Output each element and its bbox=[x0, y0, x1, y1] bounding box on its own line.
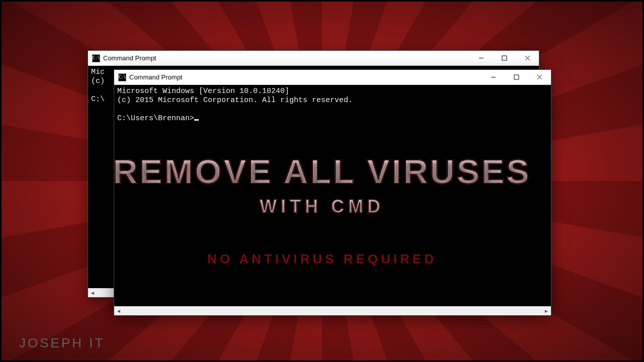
cursor-icon bbox=[194, 119, 199, 121]
svg-rect-0 bbox=[502, 56, 507, 60]
close-button[interactable] bbox=[528, 70, 551, 85]
maximize-button[interactable] bbox=[505, 70, 528, 85]
titlebar-back[interactable]: C:\ Command Prompt bbox=[88, 51, 539, 66]
cmd-window-front: C:\ Command Prompt Microsoft Windows [Ve… bbox=[114, 69, 551, 316]
close-button[interactable] bbox=[516, 51, 539, 66]
scroll-track[interactable] bbox=[123, 307, 542, 315]
minimize-button[interactable] bbox=[469, 51, 493, 66]
terminal-body-front[interactable]: Microsoft Windows [Version 10.0.10240] (… bbox=[114, 85, 551, 306]
scroll-right-icon[interactable]: ► bbox=[542, 307, 551, 315]
maximize-button[interactable] bbox=[493, 51, 516, 66]
minimize-button[interactable] bbox=[481, 70, 505, 85]
svg-rect-1 bbox=[514, 75, 519, 79]
cmd-icon: C:\ bbox=[92, 54, 100, 62]
scroll-left-icon[interactable]: ◄ bbox=[114, 307, 123, 315]
h-scrollbar[interactable]: ◄ ► bbox=[114, 306, 551, 315]
cmd-icon: C:\ bbox=[118, 73, 126, 81]
titlebar-front[interactable]: C:\ Command Prompt bbox=[114, 70, 551, 85]
window-title: Command Prompt bbox=[103, 54, 469, 62]
window-title: Command Prompt bbox=[129, 73, 481, 81]
scroll-left-icon[interactable]: ◄ bbox=[88, 289, 97, 297]
